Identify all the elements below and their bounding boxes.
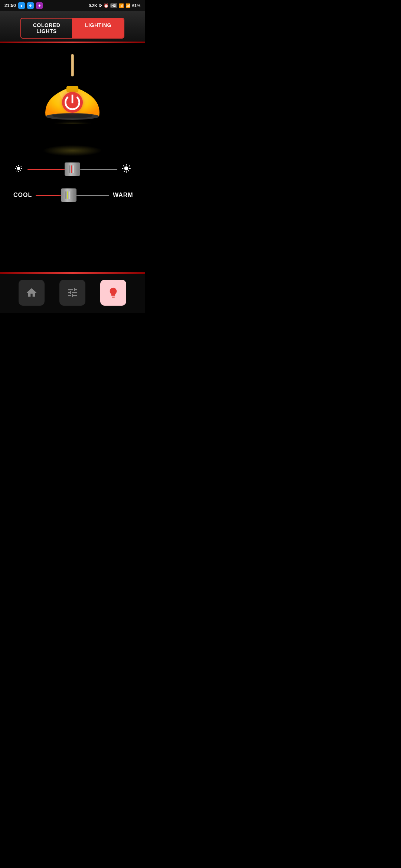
header: COLORED LIGHTS LIGHTING <box>0 11 145 42</box>
sync-icon: ⟳ <box>99 3 102 8</box>
lamp-shade <box>39 76 106 124</box>
alarm-icon: ⏰ <box>104 3 109 8</box>
app-icon-2: ✈ <box>27 2 34 9</box>
wifi-icon: 📶 <box>125 3 131 8</box>
app-icon-1: ● <box>18 2 25 9</box>
bottom-nav <box>0 272 145 313</box>
power-button[interactable] <box>62 92 83 113</box>
temperature-slider-row: COOL WARM <box>13 188 131 203</box>
hd-badge: HD <box>110 3 117 8</box>
battery: 61% <box>132 3 140 8</box>
controls-nav-button[interactable] <box>59 280 85 306</box>
warm-label: WARM <box>113 192 131 198</box>
status-bar: 21:50 ● ✈ ✦ 0.2K ⟳ ⏰ HD 📶 📶 61% <box>0 0 145 11</box>
nav-buttons <box>0 274 145 313</box>
brightness-max-icon <box>121 164 131 175</box>
app-icon-3: ✦ <box>36 2 43 9</box>
sliders-section: COOL WARM <box>7 158 137 217</box>
data-usage: 0.2K <box>89 3 97 8</box>
slider-thumb-lines <box>69 165 76 173</box>
svg-rect-2 <box>66 86 78 92</box>
time: 21:50 <box>4 3 16 8</box>
tabs: COLORED LIGHTS LIGHTING <box>20 18 124 39</box>
cool-label: COOL <box>13 192 32 198</box>
signal-icon: 📶 <box>119 3 124 8</box>
app-wrapper: 21:50 ● ✈ ✦ 0.2K ⟳ ⏰ HD 📶 📶 61% COLORED … <box>0 0 145 313</box>
temperature-slider[interactable] <box>36 188 109 203</box>
light-nav-button[interactable] <box>100 280 126 306</box>
brightness-slider[interactable] <box>27 162 117 177</box>
lamp-container <box>35 54 110 151</box>
brightness-slider-row <box>13 162 131 177</box>
temp-slider-thumb-lines <box>65 191 72 199</box>
home-nav-button[interactable] <box>19 280 45 306</box>
status-right: 0.2K ⟳ ⏰ HD 📶 📶 61% <box>89 3 140 8</box>
tab-colored-lights[interactable]: COLORED LIGHTS <box>21 19 73 38</box>
tab-lighting[interactable]: LIGHTING <box>73 19 124 38</box>
lamp-cord <box>71 54 74 76</box>
lamp-glow <box>43 145 102 156</box>
brightness-min-icon <box>13 164 24 174</box>
status-left: 21:50 ● ✈ ✦ <box>4 2 43 9</box>
